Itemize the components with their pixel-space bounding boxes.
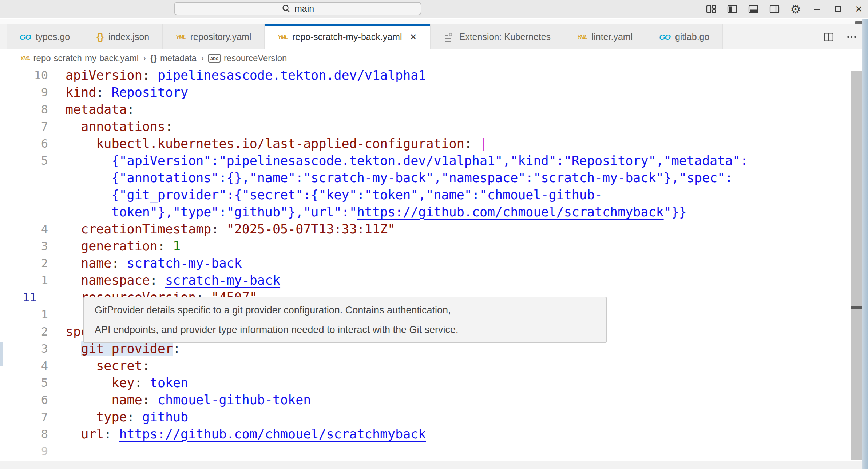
tab-bar: GOtypes.go{}index.jsonYMLrepository.yaml… <box>0 24 868 49</box>
code-text: annotations: <box>66 118 848 135</box>
hover-tooltip: GitProvider details specific to a git pr… <box>83 297 607 343</box>
code-link[interactable]: https://github.com/chmouel/scratchmyback <box>357 205 664 219</box>
command-center-search[interactable]: main <box>174 2 421 15</box>
code-token: : <box>142 393 158 407</box>
maximize-icon[interactable] <box>832 2 844 16</box>
code-token: {"git_provider":{"secret":{"key":"token"… <box>111 188 602 202</box>
code-line[interactable]: 8metadata: <box>0 101 848 118</box>
code-line[interactable]: 7 annotations: <box>0 118 848 135</box>
code-token <box>66 290 81 305</box>
code-token: metadata <box>66 102 127 117</box>
code-line[interactable]: 6 kubectl.kubernetes.io/last-applied-con… <box>0 135 848 152</box>
code-line[interactable]: 1 namespace: scratch-my-back <box>0 272 848 289</box>
code-line[interactable]: 5 key: token <box>0 374 848 392</box>
tab-types.go[interactable]: GOtypes.go <box>7 24 83 49</box>
yaml-file-icon: YML <box>20 56 30 61</box>
code-token: : <box>464 136 480 151</box>
string-symbol-icon: abc <box>208 54 221 63</box>
indent-guide <box>66 426 66 443</box>
line-number: 5 <box>0 374 48 392</box>
breadcrumb-label: resourceVersion <box>224 53 287 63</box>
tab-linter.yaml[interactable]: YMLlinter.yaml <box>564 24 646 49</box>
line-number: 3 <box>0 340 48 357</box>
code-token <box>66 188 111 202</box>
indent-guide <box>66 392 66 409</box>
code-line[interactable]: 8 url: https://github.com/chmouel/scratc… <box>0 426 848 443</box>
code-line[interactable]: token"},"type":"github"},"url":"https://… <box>0 204 848 221</box>
indent-guide <box>66 374 66 392</box>
line-number: 7 <box>0 118 48 135</box>
tab-index.json[interactable]: {}index.json <box>83 24 163 49</box>
code-token: apiVersion <box>66 68 142 83</box>
tab-gitlab.go[interactable]: GOgitlab.go <box>646 24 723 49</box>
code-line[interactable]: 4 creationTimestamp: "2025-05-07T13:33:1… <box>0 221 848 238</box>
toggle-panel-icon[interactable] <box>747 2 760 16</box>
code-token <box>66 239 81 253</box>
more-actions-icon[interactable] <box>845 32 858 43</box>
tab-label: linter.yaml <box>592 32 633 42</box>
indent-guide <box>66 169 66 187</box>
code-line[interactable]: 4 secret: <box>0 357 848 374</box>
code-line[interactable]: 6 name: chmouel-github-token <box>0 392 848 409</box>
code-token: token <box>150 376 188 390</box>
yaml-file-icon: YML <box>176 35 186 40</box>
code-line[interactable]: {"git_provider":{"secret":{"key":"token"… <box>0 187 848 204</box>
code-token <box>66 273 81 288</box>
indent-guide <box>81 135 81 152</box>
split-editor-icon[interactable] <box>823 31 835 43</box>
line-number: 4 <box>0 357 48 374</box>
breadcrumb-separator: › <box>143 53 146 63</box>
code-text: name: chmouel-github-token <box>66 392 848 409</box>
code-line[interactable]: 7 type: github <box>0 409 848 426</box>
indent-guide <box>66 152 66 169</box>
toggle-secondary-sidebar-icon[interactable] <box>768 2 781 16</box>
code-line[interactable]: 5 {"apiVersion":"pipelinesascode.tekton.… <box>0 152 848 169</box>
code-token: : <box>104 427 119 441</box>
yaml-file-icon: YML <box>278 35 288 40</box>
tab-label: gitlab.go <box>675 32 710 42</box>
code-text <box>66 443 848 460</box>
indent-guide <box>66 255 66 272</box>
code-token: : <box>158 239 173 253</box>
code-link[interactable]: scratch-my-back <box>165 273 280 288</box>
breadcrumb-label: repo-scratch-my-back.yaml <box>33 53 139 63</box>
code-text: generation: 1 <box>66 238 848 255</box>
code-line[interactable]: 2 name: scratch-my-back <box>0 255 848 272</box>
code-link[interactable]: https://github.com/chmouel/scratchmyback <box>119 427 426 441</box>
code-token: git_provider <box>81 341 173 356</box>
search-value: main <box>294 3 314 14</box>
code-token: annotations <box>81 119 165 134</box>
breadcrumb-item[interactable]: {}metadata <box>150 53 197 63</box>
code-text: url: https://github.com/chmouel/scratchm… <box>66 426 848 443</box>
customize-layout-icon[interactable] <box>705 2 717 16</box>
minimize-icon[interactable] <box>810 2 823 16</box>
close-icon[interactable]: ✕ <box>853 2 865 16</box>
code-line[interactable]: 9 <box>0 443 848 460</box>
breadcrumb-label: metadata <box>160 53 197 63</box>
code-token: : <box>111 256 127 270</box>
code-line[interactable]: {"annotations":{},"name":"scratch-my-bac… <box>0 169 848 187</box>
tab-close-icon[interactable]: ✕ <box>409 32 417 42</box>
code-area[interactable]: GitProvider details specific to a git pr… <box>0 67 862 469</box>
breadcrumb-item[interactable]: YMLrepo-scratch-my-back.yaml <box>20 53 139 63</box>
code-token: : <box>165 119 173 134</box>
toggle-primary-sidebar-icon[interactable] <box>726 2 738 16</box>
gear-icon[interactable]: ⚙ <box>789 2 802 16</box>
code-token: name <box>81 256 111 270</box>
code-line[interactable]: 10apiVersion: pipelinesascode.tekton.dev… <box>0 67 848 84</box>
code-token: : <box>211 222 226 236</box>
code-line[interactable]: 9kind: Repository <box>0 84 848 101</box>
indent-guide <box>66 409 66 426</box>
vertical-scrollbar-thumb[interactable] <box>851 71 862 460</box>
line-number: 9 <box>0 84 48 101</box>
tab-repo-scratch-my-back.yaml[interactable]: YMLrepo-scratch-my-back.yaml✕ <box>265 24 430 49</box>
code-token <box>66 256 81 270</box>
indent-guide <box>81 187 81 204</box>
code-token: | <box>480 136 487 151</box>
code-line[interactable]: 3 generation: 1 <box>0 238 848 255</box>
code-token: : <box>142 358 150 373</box>
code-text: token"},"type":"github"},"url":"https://… <box>66 204 848 221</box>
tab-repository.yaml[interactable]: YMLrepository.yaml <box>163 24 265 49</box>
breadcrumb-item[interactable]: abcresourceVersion <box>208 53 287 63</box>
tab-Extension: Kubernetes[interactable]: Extension: Kubernetes <box>431 24 564 49</box>
